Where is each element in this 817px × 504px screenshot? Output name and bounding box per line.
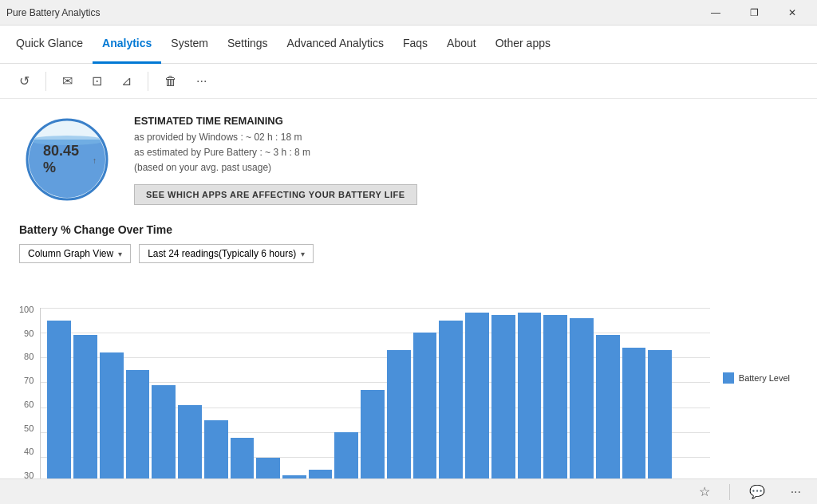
nav-item-advanced-analytics[interactable]: Advanced Analytics <box>278 26 393 64</box>
chart-section: Battery % Change Over Time Column Graph … <box>19 223 798 478</box>
toolbar-btn-more[interactable]: ··· <box>190 69 213 93</box>
bar[interactable] <box>126 370 150 478</box>
toolbar-btn-filter[interactable]: ⊿ <box>115 69 138 93</box>
toolbar-sep-1 <box>45 72 46 91</box>
status-sep-1 <box>729 484 730 500</box>
bar[interactable] <box>361 390 385 478</box>
toolbar-btn-delete[interactable]: 🗑 <box>158 69 184 93</box>
chart-title: Battery % Change Over Time <box>19 223 798 236</box>
usage-note: (based on your avg. past usage) <box>134 160 417 175</box>
toolbar-btn-resize[interactable]: ⊡ <box>85 69 109 93</box>
nav-item-about[interactable]: About <box>437 26 486 64</box>
chart-controls: Column Graph View ▾ Last 24 readings(Typ… <box>19 244 798 263</box>
nav-bar: Quick GlanceAnalyticsSystemSettingsAdvan… <box>0 26 817 64</box>
window-controls: — ❐ ✕ <box>697 2 811 24</box>
toolbar-sep-4 <box>148 72 148 91</box>
chat-button[interactable]: 💬 <box>743 481 772 502</box>
bar[interactable] <box>256 458 280 478</box>
star-button[interactable]: ☆ <box>693 481 716 502</box>
main-content: ↑ 80.45 % ESTIMATED TIME REMAINING as pr… <box>0 99 817 478</box>
nav-item-quick-glance[interactable]: Quick Glance <box>6 26 93 64</box>
estimated-time-title: ESTIMATED TIME REMAINING <box>134 115 417 127</box>
toolbar-btn-email[interactable]: ✉ <box>56 69 79 93</box>
title-bar: Pure Battery Analytics — ❐ ✕ <box>0 0 817 26</box>
nav-item-settings[interactable]: Settings <box>218 26 278 64</box>
bar[interactable] <box>439 321 463 478</box>
legend-item: Battery Level <box>723 372 790 384</box>
y-axis-label: 70 <box>19 376 34 385</box>
chart-inner: Battery Level <box>40 308 710 478</box>
y-axis-label: 90 <box>19 329 34 338</box>
bar[interactable] <box>231 438 255 478</box>
bar[interactable] <box>100 352 124 478</box>
bar[interactable] <box>204 420 228 478</box>
restore-button[interactable]: ❐ <box>736 2 772 24</box>
battery-circle: ↑ 80.45 % <box>19 112 115 207</box>
bar[interactable] <box>570 318 594 478</box>
toolbar-btn-refresh[interactable]: ↺ <box>13 69 36 93</box>
y-axis-label: 100 <box>19 305 34 314</box>
legend-color-box <box>723 372 734 384</box>
bar[interactable] <box>47 321 71 478</box>
battery-info: ESTIMATED TIME REMAINING as provided by … <box>134 112 417 205</box>
range-dropdown-arrow: ▾ <box>301 250 305 258</box>
range-dropdown-label: Last 24 readings(Typically 6 hours) <box>148 248 296 259</box>
more-button[interactable]: ··· <box>784 482 807 502</box>
y-axis-label: 40 <box>19 447 34 456</box>
range-dropdown[interactable]: Last 24 readings(Typically 6 hours) ▾ <box>139 244 314 263</box>
view-dropdown-label: Column Graph View <box>28 248 113 259</box>
window-title: Pure Battery Analytics <box>6 7 100 18</box>
bar[interactable] <box>413 333 437 478</box>
bars-container <box>41 308 678 478</box>
bar[interactable] <box>543 315 567 478</box>
bar[interactable] <box>491 315 515 478</box>
bar[interactable] <box>387 350 411 478</box>
bar[interactable] <box>309 470 333 478</box>
y-axis-label: 30 <box>19 471 34 478</box>
close-button[interactable]: ✕ <box>774 2 811 24</box>
chart-legend: Battery Level <box>723 372 790 384</box>
bar[interactable] <box>152 385 176 478</box>
view-dropdown[interactable]: Column Graph View ▾ <box>19 244 131 263</box>
chart-area: 10090807060504030 Battery Level <box>19 276 798 478</box>
chart-y-axis: 10090807060504030 <box>19 305 40 478</box>
nav-item-system[interactable]: System <box>161 26 218 64</box>
battery-section: ↑ 80.45 % ESTIMATED TIME REMAINING as pr… <box>19 112 798 207</box>
y-axis-label: 50 <box>19 423 34 433</box>
nav-item-other-apps[interactable]: Other apps <box>486 26 560 64</box>
minimize-button[interactable]: — <box>697 2 734 24</box>
status-bar: ☆ 💬 ··· <box>0 478 817 504</box>
windows-estimate: as provided by Windows : ~ 02 h : 18 m <box>134 130 417 145</box>
bar[interactable] <box>73 335 97 478</box>
affecting-apps-button[interactable]: SEE WHICH APPS ARE AFFECTING YOUR BATTER… <box>134 184 417 205</box>
y-axis-label: 60 <box>19 400 34 409</box>
svg-text:↑: ↑ <box>93 156 97 165</box>
y-axis-label: 80 <box>19 352 34 361</box>
bar[interactable] <box>622 348 646 478</box>
bar[interactable] <box>648 350 672 478</box>
view-dropdown-arrow: ▾ <box>118 250 122 258</box>
bar[interactable] <box>178 405 202 478</box>
battery-percent-text: 80.45 % <box>43 143 91 176</box>
nav-item-faqs[interactable]: Faqs <box>393 26 437 64</box>
bar[interactable] <box>518 313 542 478</box>
pure-estimate: as estimated by Pure Battery : ~ 3 h : 8… <box>134 145 417 160</box>
bar[interactable] <box>282 475 306 478</box>
nav-item-analytics[interactable]: Analytics <box>93 26 161 64</box>
bar[interactable] <box>465 313 489 478</box>
legend-label: Battery Level <box>739 373 790 383</box>
toolbar: ↺✉⊡⊿🗑··· <box>0 64 817 99</box>
bar[interactable] <box>596 335 620 478</box>
bar[interactable] <box>334 432 358 478</box>
